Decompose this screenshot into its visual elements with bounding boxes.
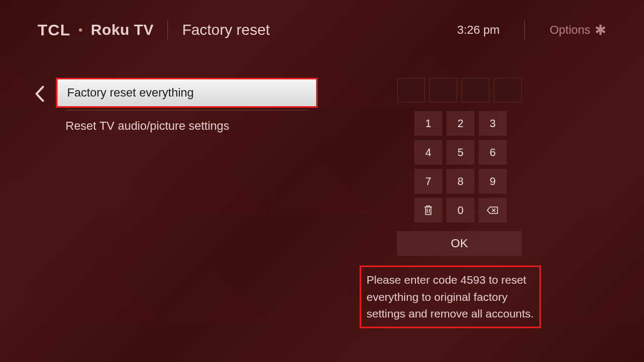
code-input-boxes [397,78,547,102]
menu-item-label: Reset TV audio/picture settings [65,119,229,132]
brand-tcl: TCL [38,21,70,39]
key-7[interactable]: 7 [414,169,442,194]
page-title: Factory reset [182,21,269,39]
menu-item-factory-reset-everything[interactable]: Factory reset everything [56,78,318,108]
key-4[interactable]: 4 [414,140,442,165]
key-clear[interactable] [414,198,442,223]
key-1[interactable]: 1 [414,111,442,136]
header-divider [167,20,168,40]
keypad: 1 2 3 4 5 6 7 8 9 0 [414,111,547,223]
code-digit-4[interactable] [494,78,522,102]
back-button[interactable] [33,85,45,105]
code-digit-3[interactable] [462,78,489,102]
menu-divider [65,110,308,110]
brand-dot-icon [79,28,82,32]
key-9[interactable]: 9 [479,169,507,194]
instruction-text: Please enter code 4593 to reset everythi… [360,265,541,328]
key-8[interactable]: 8 [447,169,474,194]
clock: 3:26 pm [457,23,500,37]
ok-button[interactable]: OK [397,231,522,256]
key-6[interactable]: 6 [479,140,507,165]
code-digit-1[interactable] [397,78,425,102]
header: TCL Roku TV Factory reset 3:26 pm Option… [38,20,606,40]
options-label: Options [550,23,590,37]
menu: Factory reset everything Reset TV audio/… [56,78,318,139]
key-3[interactable]: 3 [479,111,507,136]
key-2[interactable]: 2 [447,111,474,136]
asterisk-icon: ✱ [595,22,606,39]
brand-roku: Roku TV [91,21,153,39]
brand-logo: TCL Roku TV [38,21,153,39]
key-5[interactable]: 5 [447,140,474,165]
options-button[interactable]: Options ✱ [550,22,606,39]
key-0[interactable]: 0 [447,198,474,223]
header-divider-2 [524,20,525,40]
trash-icon [423,205,433,216]
backspace-icon [487,206,499,215]
menu-item-label: Factory reset everything [67,86,194,99]
header-right: 3:26 pm Options ✱ [457,20,606,40]
code-entry-panel: 1 2 3 4 5 6 7 8 9 0 OK Please enter code… [397,78,547,328]
chevron-left-icon [33,85,45,103]
ok-label: OK [451,237,468,250]
code-digit-2[interactable] [429,78,457,102]
menu-item-reset-audio-picture[interactable]: Reset TV audio/picture settings [56,113,318,139]
key-backspace[interactable] [479,198,507,223]
